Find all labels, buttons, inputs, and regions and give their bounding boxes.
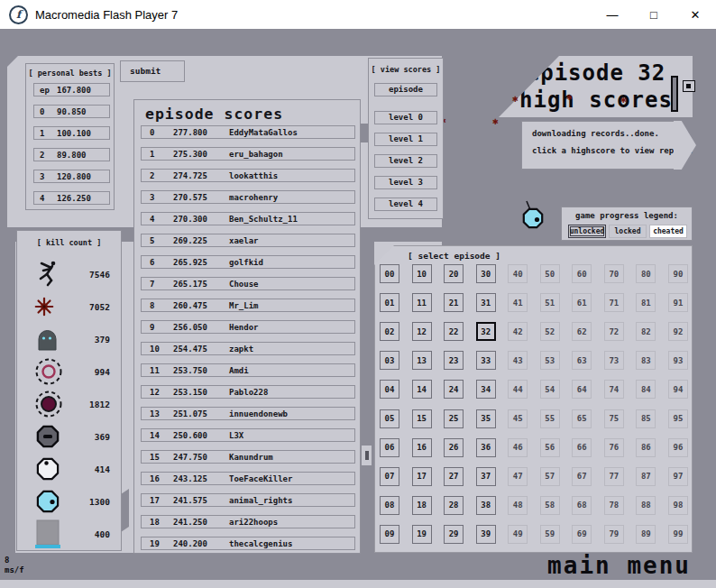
highscore-row[interactable]: 17241.575animal_rights [141,493,355,507]
minimize-button[interactable]: — [592,0,633,29]
episode-cell-70[interactable]: 70 [604,264,624,283]
episode-cell-19[interactable]: 19 [412,525,432,544]
highscore-row[interactable]: 6265.925golfkid [141,255,355,269]
episode-cell-49[interactable]: 49 [508,525,528,544]
episode-cell-05[interactable]: 05 [380,409,399,428]
episode-cell-71[interactable]: 71 [604,293,624,312]
episode-cell-17[interactable]: 17 [412,467,432,486]
episode-cell-31[interactable]: 31 [476,293,496,312]
highscore-row[interactable]: 14250.600L3X [141,428,355,442]
episode-cell-27[interactable]: 27 [444,467,464,486]
episode-cell-48[interactable]: 48 [508,496,528,515]
episode-cell-67[interactable]: 67 [572,467,592,486]
episode-cell-60[interactable]: 60 [572,264,592,283]
highscore-row[interactable]: 18241.250ari22hoops [141,515,355,528]
episode-cell-76[interactable]: 76 [604,438,624,457]
episode-cell-21[interactable]: 21 [444,293,464,312]
episode-cell-91[interactable]: 91 [668,293,688,312]
view-scores-button-level-2[interactable]: level 2 [374,154,437,168]
episode-cell-06[interactable]: 06 [380,438,399,457]
episode-cell-16[interactable]: 16 [412,438,432,457]
episode-cell-61[interactable]: 61 [572,293,592,312]
episode-cell-36[interactable]: 36 [476,438,496,457]
episode-cell-69[interactable]: 69 [572,525,592,544]
episode-cell-35[interactable]: 35 [476,409,496,428]
episode-cell-38[interactable]: 38 [476,496,496,515]
episode-cell-85[interactable]: 85 [636,409,656,428]
maximize-button[interactable]: □ [633,0,675,29]
episode-cell-53[interactable]: 53 [540,351,560,370]
episode-cell-63[interactable]: 63 [572,351,592,370]
highscore-row[interactable]: 5269.225xaelar [141,234,355,247]
episode-cell-42[interactable]: 42 [508,322,528,341]
view-scores-button-level-1[interactable]: level 1 [374,133,437,146]
episode-cell-94[interactable]: 94 [668,380,688,399]
episode-cell-46[interactable]: 46 [508,438,528,457]
episode-cell-92[interactable]: 92 [668,322,688,341]
highscore-row[interactable]: 11253.750Amdi [141,363,355,377]
episode-cell-09[interactable]: 09 [380,525,399,544]
episode-cell-54[interactable]: 54 [540,380,560,399]
episode-cell-66[interactable]: 66 [572,438,592,457]
episode-cell-12[interactable]: 12 [412,322,432,341]
episode-cell-65[interactable]: 65 [572,409,592,428]
episode-cell-73[interactable]: 73 [604,351,624,370]
episode-cell-57[interactable]: 57 [540,467,560,486]
episode-cell-30[interactable]: 30 [476,264,496,283]
episode-cell-74[interactable]: 74 [604,380,624,399]
highscore-row[interactable]: 0277.800EddyMataGallos [141,125,355,139]
episode-cell-99[interactable]: 99 [668,525,688,544]
episode-cell-47[interactable]: 47 [508,467,528,486]
episode-cell-80[interactable]: 80 [636,264,656,283]
highscore-row[interactable]: 4270.300Ben_Schultz_11 [141,212,355,225]
episode-cell-14[interactable]: 14 [412,380,432,399]
episode-cell-22[interactable]: 22 [444,322,464,341]
episode-cell-95[interactable]: 95 [668,409,688,428]
episode-cell-72[interactable]: 72 [604,322,624,341]
episode-cell-11[interactable]: 11 [412,293,432,312]
episode-cell-25[interactable]: 25 [444,409,464,428]
episode-cell-00[interactable]: 00 [380,264,399,283]
episode-cell-39[interactable]: 39 [476,525,496,544]
episode-cell-52[interactable]: 52 [540,322,560,341]
episode-cell-51[interactable]: 51 [540,293,560,312]
episode-cell-33[interactable]: 33 [476,351,496,370]
highscore-row[interactable]: 10254.475zapkt [141,342,355,355]
episode-cell-26[interactable]: 26 [444,438,464,457]
highscore-row[interactable]: 7265.175Chouse [141,277,355,290]
episode-cell-68[interactable]: 68 [572,496,592,515]
episode-cell-79[interactable]: 79 [604,525,624,544]
highscore-row[interactable]: 13251.075innuendonewb [141,407,355,420]
episode-cell-78[interactable]: 78 [604,496,624,515]
view-scores-button-level-3[interactable]: level 3 [374,176,437,189]
episode-cell-02[interactable]: 02 [380,322,399,341]
highscore-row[interactable]: 12253.150Pablo228 [141,385,355,399]
episode-cell-50[interactable]: 50 [540,264,560,283]
highscore-row[interactable]: 2274.725lookatthis [141,169,355,182]
episode-cell-01[interactable]: 01 [380,293,399,312]
episode-cell-10[interactable]: 10 [412,264,432,283]
view-scores-button-level-4[interactable]: level 4 [374,198,437,211]
episode-cell-03[interactable]: 03 [380,351,399,370]
highscore-row[interactable]: 1275.300eru_bahagon [141,147,355,161]
episode-cell-89[interactable]: 89 [636,525,656,544]
episode-cell-43[interactable]: 43 [508,351,528,370]
view-scores-button-level-0[interactable]: level 0 [374,111,437,124]
episode-cell-62[interactable]: 62 [572,322,592,341]
episode-cell-59[interactable]: 59 [540,525,560,544]
highscore-row[interactable]: 16243.125ToeFaceKiller [141,472,355,485]
episode-cell-18[interactable]: 18 [412,496,432,515]
episode-cell-93[interactable]: 93 [668,351,688,370]
episode-cell-98[interactable]: 98 [668,496,688,515]
episode-cell-07[interactable]: 07 [380,467,399,486]
episode-cell-44[interactable]: 44 [508,380,528,399]
episode-cell-56[interactable]: 56 [540,438,560,457]
episode-cell-84[interactable]: 84 [636,380,656,399]
episode-cell-40[interactable]: 40 [508,264,528,283]
episode-cell-45[interactable]: 45 [508,409,528,428]
episode-cell-75[interactable]: 75 [604,409,624,428]
episode-cell-04[interactable]: 04 [380,380,399,399]
episode-cell-20[interactable]: 20 [444,264,464,283]
episode-cell-82[interactable]: 82 [636,322,656,341]
episode-cell-86[interactable]: 86 [636,438,656,457]
